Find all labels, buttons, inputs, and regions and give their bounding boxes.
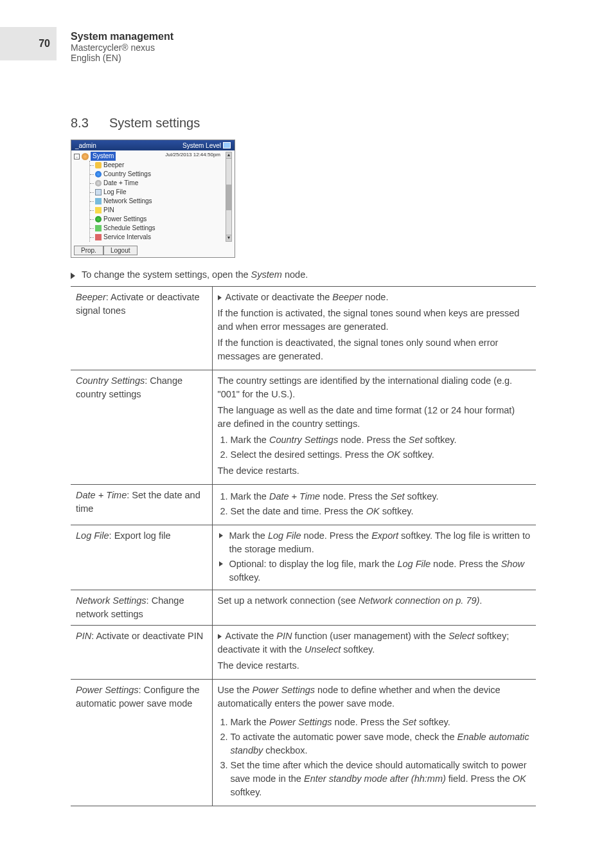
system-tree-screenshot: _admin System Level Jul/25/2013 12:44:50…: [71, 140, 235, 258]
network-status-icon: [223, 142, 231, 149]
network-icon: [95, 198, 102, 204]
logout-button[interactable]: Logout: [103, 246, 138, 255]
table-row: Power Settings: Configure the automatic …: [71, 680, 536, 806]
schedule-icon: [95, 225, 102, 231]
tree-item-service[interactable]: Service Intervals: [90, 233, 232, 242]
tree-item-label: Network Settings: [103, 197, 152, 206]
intro-text: To change the system settings, open the: [82, 269, 251, 280]
intro-node: System: [251, 269, 282, 280]
system-tree: - System Beeper Country Settings Date + …: [74, 152, 232, 242]
table-row: Network Settings: Change network setting…: [71, 590, 536, 626]
tree-item-label: Log File: [103, 188, 127, 197]
tree-item-datetime[interactable]: Date + Time: [90, 179, 232, 188]
tree-item-pin[interactable]: PIN: [90, 206, 232, 215]
table-row: PIN: Activate or deactivate PIN Activate…: [71, 626, 536, 680]
setting-cell: Log File: Export log file: [71, 525, 212, 590]
setting-desc: : Activate or deactivate PIN: [91, 631, 203, 641]
setting-name: PIN: [76, 631, 91, 641]
clock-icon: [95, 180, 102, 186]
screenshot-titlebar: _admin System Level: [71, 140, 235, 150]
collapse-icon[interactable]: -: [74, 154, 80, 159]
table-row: Beeper: Activate or deactivate signal to…: [71, 287, 536, 370]
power-icon: [95, 216, 102, 222]
key-icon: [95, 207, 102, 213]
setting-detail: The country settings are identified by t…: [212, 370, 536, 485]
setting-detail: Activate or deactivate the Beeper node. …: [212, 287, 536, 370]
intro-text-post: node.: [282, 269, 308, 280]
section-heading: 8.3System settings: [71, 116, 536, 131]
setting-cell: Power Settings: Configure the automatic …: [71, 680, 212, 806]
setting-detail: Use the Power Settings node to define wh…: [212, 680, 536, 806]
section-title: System settings: [109, 116, 200, 130]
beeper-icon: [95, 162, 102, 168]
intro-instruction: To change the system settings, open the …: [71, 269, 536, 280]
setting-detail: Set up a network connection (see Network…: [212, 590, 536, 626]
prop-button[interactable]: Prop.: [74, 246, 103, 255]
header-title: System management: [71, 31, 173, 42]
tree-item-beeper[interactable]: Beeper: [90, 161, 232, 170]
setting-name: Power Settings: [76, 685, 139, 695]
tree-item-country[interactable]: Country Settings: [90, 170, 232, 179]
setting-detail: Activate the PIN function (user manageme…: [212, 626, 536, 680]
gear-icon: [82, 153, 89, 160]
tree-root-label: System: [91, 152, 116, 161]
triangle-bullet-icon: [218, 634, 222, 639]
triangle-bullet-icon: [218, 295, 222, 300]
tree-item-logfile[interactable]: Log File: [90, 188, 232, 197]
tree-item-label: Service Intervals: [103, 233, 151, 242]
screenshot-timestamp: Jul/25/2013 12:44:50pm: [165, 152, 220, 158]
setting-detail: Mark the Date + Time node. Press the Set…: [212, 485, 536, 525]
setting-name: Network Settings: [76, 595, 147, 606]
file-icon: [95, 189, 102, 195]
tree-item-label: Beeper: [103, 161, 124, 170]
tree-item-schedule[interactable]: Schedule Settings: [90, 224, 232, 233]
setting-name: Country Settings: [76, 375, 145, 386]
tree-item-label: Power Settings: [103, 215, 147, 224]
setting-cell: Beeper: Activate or deactivate signal to…: [71, 287, 212, 370]
setting-cell: Country Settings: Change country setting…: [71, 370, 212, 485]
page-number-tab: 70: [0, 27, 57, 60]
setting-name: Date + Time: [76, 490, 127, 500]
page-header: System management Mastercycler® nexus En…: [71, 31, 173, 63]
setting-name: Log File: [76, 530, 109, 541]
table-row: Country Settings: Change country setting…: [71, 370, 536, 485]
setting-detail: Mark the Log File node. Press the Export…: [212, 525, 536, 590]
table-row: Date + Time: Set the date and time Mark …: [71, 485, 536, 525]
settings-table: Beeper: Activate or deactivate signal to…: [71, 286, 536, 806]
setting-cell: Network Settings: Change network setting…: [71, 590, 212, 626]
tree-item-label: PIN: [103, 206, 114, 215]
tree-item-network[interactable]: Network Settings: [90, 197, 232, 206]
setting-desc: : Export log file: [109, 530, 171, 541]
header-product: Mastercycler® nexus: [71, 42, 173, 53]
tree-item-label: Schedule Settings: [103, 224, 155, 233]
header-language: English (EN): [71, 53, 173, 63]
tree-item-power[interactable]: Power Settings: [90, 215, 232, 224]
screenshot-level: System Level: [182, 142, 221, 149]
triangle-bullet-icon: [71, 273, 75, 279]
tree-item-label: Country Settings: [103, 170, 151, 179]
setting-cell: PIN: Activate or deactivate PIN: [71, 626, 212, 680]
setting-cell: Date + Time: Set the date and time: [71, 485, 212, 525]
screenshot-user: _admin: [75, 142, 96, 149]
page-number: 70: [39, 38, 50, 50]
tree-item-label: Date + Time: [103, 179, 138, 188]
scroll-up-icon[interactable]: ▴: [226, 152, 231, 159]
setting-name: Beeper: [76, 292, 106, 302]
globe-icon: [95, 171, 102, 177]
section-number: 8.3: [71, 116, 109, 131]
service-icon: [95, 234, 102, 240]
table-row: Log File: Export log file Mark the Log F…: [71, 525, 536, 590]
